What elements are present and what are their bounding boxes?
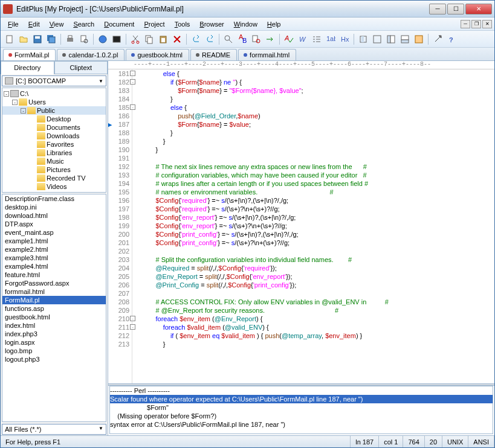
file-list[interactable]: DescriptionFrame.classdesktop.inidownloa… [2, 194, 106, 422]
code-line[interactable]: # configuration variables, which may hav… [141, 171, 494, 179]
document-tab[interactable]: README [190, 49, 237, 60]
code-line[interactable]: $Config{'env_report'} =~ s/(\s+)?\n+(\s+… [141, 222, 494, 230]
line-number[interactable]: 197 [108, 205, 129, 213]
line-number[interactable]: 210- [108, 315, 129, 323]
file-item[interactable]: logo.bmp [2, 347, 106, 355]
line-number[interactable]: 184 [108, 95, 129, 103]
output-line[interactable]: syntax error at C:\Users\Public\FormMail… [110, 420, 493, 429]
code-line[interactable]: } [141, 95, 494, 103]
file-item[interactable]: index.html [2, 321, 106, 330]
line-number[interactable]: 203 [108, 255, 129, 264]
file-item[interactable]: DescriptionFrame.class [2, 194, 106, 203]
file-item[interactable]: FormMail.pl [2, 296, 106, 304]
open-file-icon[interactable] [17, 33, 30, 46]
code-line[interactable]: foreach $env_item (@Env_Report) { [141, 315, 494, 323]
line-number[interactable]: 193 [108, 171, 129, 179]
redo-icon[interactable] [203, 33, 216, 46]
file-item[interactable]: download.html [2, 211, 106, 220]
code-line[interactable]: $Config{'print_config'} =~ s/(\s+|\n)?,(… [141, 230, 494, 238]
document-tab[interactable]: formmail.html [238, 49, 296, 60]
code-line[interactable]: if ( $env_item eq $valid_item ) { push(@… [141, 331, 494, 340]
code-line[interactable]: # names or environment variables. # [141, 188, 494, 196]
file-item[interactable]: example4.html [2, 262, 106, 270]
line-number[interactable]: 190 [108, 146, 129, 154]
file-item[interactable]: functions.asp [2, 304, 106, 313]
line-gutter[interactable]: 181-182-183184185-186187▶188189190191192… [108, 69, 132, 383]
file-item[interactable]: formmail.html [2, 287, 106, 296]
hex-icon[interactable]: 1ab [324, 33, 337, 46]
code-line[interactable] [141, 247, 494, 255]
fullscreen-icon[interactable] [370, 33, 384, 46]
code-line[interactable]: $Form{$name} = $value; [141, 120, 494, 129]
line-number[interactable]: 195 [108, 188, 129, 196]
line-number[interactable]: 204 [108, 264, 129, 272]
cliptext-panel-icon[interactable] [384, 33, 398, 46]
file-item[interactable]: example1.html [2, 237, 106, 245]
file-item[interactable]: example2.html [2, 245, 106, 254]
line-number[interactable]: 191 [108, 154, 129, 162]
fold-toggle-icon[interactable]: - [130, 71, 135, 76]
tree-toggle-icon[interactable]: - [21, 108, 26, 114]
tree-item[interactable]: Videos [2, 182, 106, 191]
line-number[interactable]: 208 [108, 298, 129, 306]
code-line[interactable]: # @Env_Report for security reasons. # [141, 306, 494, 315]
help-icon[interactable]: ? [445, 33, 458, 46]
line-number[interactable]: 211- [108, 323, 129, 331]
paste-icon[interactable] [157, 33, 170, 46]
tree-item[interactable]: -C:\ [2, 89, 106, 98]
line-number[interactable]: 206 [108, 281, 129, 289]
line-number[interactable]: 187▶ [108, 120, 129, 129]
line-number[interactable]: 205 [108, 272, 129, 281]
tree-item[interactable]: Pictures [2, 165, 106, 174]
line-number[interactable]: 182- [108, 78, 129, 86]
code-line[interactable]: else { [141, 103, 494, 112]
minimize-button[interactable]: ─ [429, 4, 446, 14]
menu-search[interactable]: Search [68, 19, 99, 30]
tree-item[interactable]: Recorded TV [2, 174, 106, 182]
menu-document[interactable]: Document [99, 19, 139, 30]
tree-item[interactable]: -Users [2, 98, 106, 106]
line-number[interactable]: 188 [108, 129, 129, 137]
menu-project[interactable]: Project [139, 19, 169, 30]
hex-view-icon[interactable]: Hx [338, 33, 351, 46]
code-line[interactable]: if ($Form{$name} ne '') { [141, 78, 494, 86]
spellcheck-icon[interactable]: A [282, 33, 296, 46]
file-item[interactable]: DTP.aspx [2, 220, 106, 228]
line-number[interactable]: 192 [108, 162, 129, 171]
tree-item[interactable]: Music [2, 157, 106, 165]
line-number[interactable]: 213 [108, 340, 129, 348]
close-button[interactable]: ✕ [465, 4, 492, 14]
file-filter[interactable]: All Files (*.*) [2, 424, 106, 435]
save-icon[interactable] [31, 33, 44, 46]
code-line[interactable]: $Config{'required'} =~ s/(\s+)?\n+(\s+)?… [141, 205, 494, 213]
line-number[interactable]: 200 [108, 230, 129, 238]
find-icon[interactable] [222, 33, 235, 46]
file-item[interactable]: example3.html [2, 254, 106, 262]
file-item[interactable]: guestbook.html [2, 313, 106, 321]
directory-tab[interactable]: Directory [1, 61, 54, 74]
print-icon[interactable] [63, 33, 77, 46]
menu-help[interactable]: Help [262, 19, 286, 30]
tree-toggle-icon[interactable]: - [12, 100, 18, 105]
file-item[interactable]: logout.php3 [2, 355, 106, 363]
code-line[interactable]: else { [141, 69, 494, 78]
output-panel[interactable]: ---------- Perl ----------Scalar found w… [109, 386, 493, 434]
mdi-minimize-button[interactable]: ─ [461, 20, 470, 28]
code-line[interactable]: # ACCESS CONTROL FIX: Only allow ENV var… [141, 298, 494, 306]
fold-toggle-icon[interactable]: - [130, 104, 135, 110]
fold-toggle-icon[interactable]: - [130, 316, 135, 321]
mdi-restore-button[interactable]: ❐ [471, 20, 481, 28]
new-file-icon[interactable] [3, 33, 16, 46]
document-tab[interactable]: calendar-1.0.2.pl [57, 49, 125, 60]
code-line[interactable]: } [141, 146, 494, 154]
code-line[interactable]: @Env_Report = split(/,/,$Config{'env_rep… [141, 272, 494, 281]
line-number[interactable]: 209 [108, 306, 129, 315]
file-item[interactable]: feature.html [2, 270, 106, 279]
file-item[interactable]: index.php3 [2, 330, 106, 338]
titlebar[interactable]: EditPlus [My Project] - [C:\Users\Public… [1, 1, 494, 18]
code-line[interactable]: @Print_Config = split(/,/,$Config{'print… [141, 281, 494, 289]
tree-item[interactable]: Favorites [2, 140, 106, 149]
browser-icon[interactable] [96, 33, 109, 46]
code-line[interactable]: $Config{'required'} =~ s/(\s+|\n)?,(\s+|… [141, 196, 494, 205]
drive-selector[interactable]: [C:] BOOTCAMP [2, 75, 106, 86]
